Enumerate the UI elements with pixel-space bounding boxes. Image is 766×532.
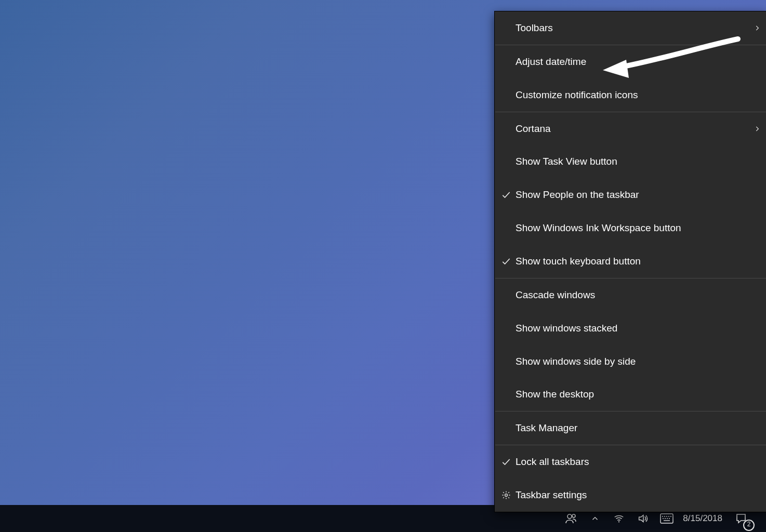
menu-item-label: Show the desktop (516, 389, 594, 400)
menu-item-show-windows-stacked[interactable]: Show windows stacked (495, 312, 766, 345)
menu-item-label: Show touch keyboard button (516, 256, 641, 267)
checkmark-icon (500, 178, 512, 211)
svg-point-0 (567, 514, 572, 518)
menu-item-show-people-on-the-taskbar[interactable]: Show People on the taskbar (495, 178, 766, 211)
menu-item-show-windows-ink-workspace-button[interactable]: Show Windows Ink Workspace button (495, 211, 766, 245)
menu-item-cortana[interactable]: Cortana (495, 112, 766, 145)
menu-item-adjust-date-time[interactable]: Adjust date/time (495, 45, 766, 78)
svg-point-15 (505, 494, 508, 497)
menu-item-label: Show People on the taskbar (516, 189, 639, 201)
menu-item-label: Show Task View button (516, 156, 617, 167)
menu-item-label: Toolbars (516, 22, 553, 34)
menu-item-label: Adjust date/time (516, 56, 586, 68)
menu-item-taskbar-settings[interactable]: Taskbar settings (495, 478, 766, 512)
taskbar-context-menu: ToolbarsAdjust date/timeCustomize notifi… (494, 11, 766, 512)
checkmark-icon (500, 245, 512, 278)
menu-item-show-task-view-button[interactable]: Show Task View button (495, 145, 766, 178)
menu-item-show-windows-side-by-side[interactable]: Show windows side by side (495, 345, 766, 378)
svg-marker-3 (639, 515, 643, 522)
menu-item-label: Taskbar settings (516, 489, 587, 501)
menu-item-show-touch-keyboard-button[interactable]: Show touch keyboard button (495, 245, 766, 278)
menu-item-label: Show Windows Ink Workspace button (516, 222, 681, 234)
menu-item-label: Customize notification icons (516, 89, 638, 101)
menu-item-label: Cortana (516, 123, 551, 135)
svg-point-1 (572, 514, 575, 517)
chevron-right-icon (752, 112, 762, 145)
menu-item-customize-notification-icons[interactable]: Customize notification icons (495, 78, 766, 112)
gear-icon (500, 478, 512, 512)
menu-item-label: Show windows stacked (516, 323, 617, 334)
menu-item-label: Lock all taskbars (516, 456, 589, 468)
menu-item-toolbars[interactable]: Toolbars (495, 11, 766, 45)
chevron-right-icon (752, 11, 762, 45)
menu-item-cascade-windows[interactable]: Cascade windows (495, 278, 766, 312)
menu-item-show-the-desktop[interactable]: Show the desktop (495, 378, 766, 411)
svg-point-2 (618, 521, 619, 522)
notification-count-badge: 2 (743, 520, 755, 531)
menu-item-label: Cascade windows (516, 289, 595, 301)
checkmark-icon (500, 445, 512, 478)
menu-item-label: Task Manager (516, 422, 577, 434)
menu-item-lock-all-taskbars[interactable]: Lock all taskbars (495, 445, 766, 478)
taskbar-date: 8/15/2018 (683, 513, 722, 524)
menu-item-task-manager[interactable]: Task Manager (495, 411, 766, 445)
menu-item-label: Show windows side by side (516, 356, 636, 367)
